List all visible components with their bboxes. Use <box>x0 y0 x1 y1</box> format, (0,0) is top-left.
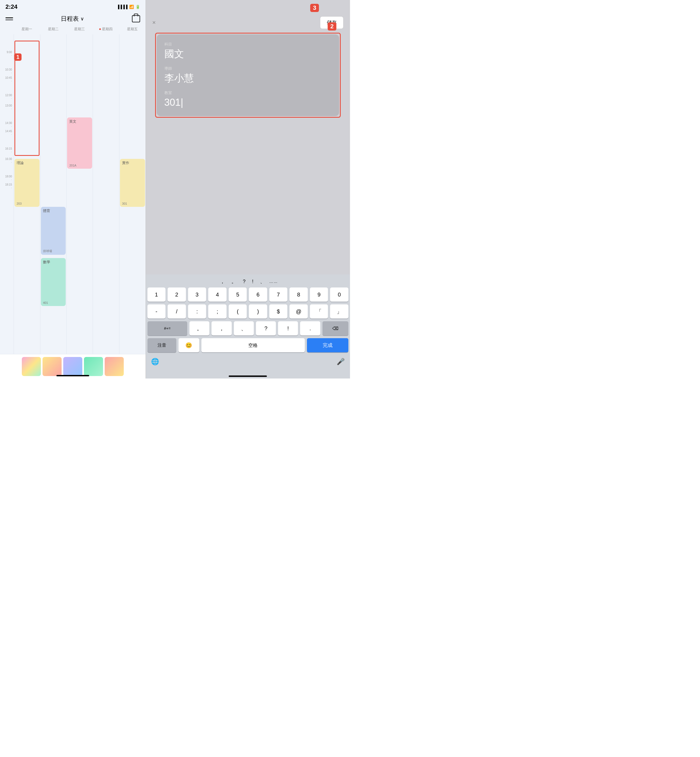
kbd-pause[interactable]: 、 <box>258 277 267 286</box>
kbd-more-dots: …… <box>269 279 278 284</box>
kbd-3[interactable]: 3 <box>188 287 206 302</box>
left-panel: 2:24 ▐▐▐▐ 📶 🔋 日程表 ∨ 星期一 星期二 星期三 <box>0 0 145 379</box>
time-1630: 16:30· <box>5 158 12 164</box>
kbd-rparen[interactable]: ) <box>249 304 267 318</box>
kbd-colon[interactable]: : <box>188 304 206 318</box>
globe-icon[interactable]: 🌐 <box>148 355 162 368</box>
teacher-value: 李小慧 <box>164 72 331 84</box>
day-col-thu[interactable] <box>93 34 119 354</box>
preview-thumb-4[interactable] <box>84 357 103 376</box>
event-practice[interactable]: 實作 301 <box>120 159 145 207</box>
status-bar: 2:24 ▐▐▐▐ 📶 🔋 <box>0 0 145 12</box>
event-english[interactable]: 英文 201A <box>67 117 92 169</box>
room-field[interactable]: 教室 301 <box>164 91 331 108</box>
kbd-slash[interactable]: / <box>168 304 186 318</box>
preview-thumb-5[interactable] <box>105 357 124 376</box>
room-label: 教室 <box>164 91 331 95</box>
kbd-exclaim[interactable]: ! <box>250 278 256 286</box>
close-button[interactable]: × <box>152 20 156 26</box>
teacher-field[interactable]: 導師 李小慧 <box>164 66 331 84</box>
form-panel: 2 科目 國文 導師 李小慧 教室 301 <box>157 34 339 116</box>
signal-icon: ▐▐▐▐ <box>117 5 128 9</box>
weekday-mon: 星期一 <box>14 26 40 33</box>
kbd-emoji[interactable]: 😊 <box>178 338 199 352</box>
day-col-wed[interactable]: 英文 201A <box>66 34 93 354</box>
time-column: 9:00· 10:30· 10:45· 12:00· 13:00· 14:30·… <box>0 34 14 354</box>
kbd-rquote[interactable]: 」 <box>330 304 348 318</box>
event-pe[interactable]: 體育 排球場 <box>41 207 66 255</box>
right-top-bar: × 3 儲存 <box>146 0 350 34</box>
keyboard: ， 。 ? ! 、 …… 1 2 3 4 5 6 7 8 9 0 - <box>146 275 350 379</box>
kbd-question[interactable]: ? <box>241 278 248 286</box>
kbd-dollar[interactable]: $ <box>269 304 288 318</box>
menu-icon[interactable] <box>5 17 13 20</box>
kbd-row-symbols: - / : ; ( ) $ @ 「 」 <box>147 304 348 318</box>
weekday-tue: 星期二 <box>40 26 67 33</box>
kbd-2[interactable]: 2 <box>168 287 186 302</box>
weekday-wed: 星期三 <box>66 26 93 33</box>
kbd-period[interactable]: 。 <box>229 277 239 286</box>
event-theory[interactable]: 理論 203 <box>14 159 39 207</box>
home-indicator <box>56 375 89 376</box>
kbd-row-special: #+= 。 ， 、 ? ! . ⌫ <box>147 321 348 336</box>
kbd-minus[interactable]: - <box>147 304 166 318</box>
preview-thumb-1[interactable] <box>22 357 41 376</box>
status-icons: ▐▐▐▐ 📶 🔋 <box>117 5 140 9</box>
time-1815: 18:15· <box>5 183 12 190</box>
annotation-3-badge: 3 <box>310 4 319 12</box>
time-1800: 18:00· <box>5 175 12 181</box>
day-col-fri[interactable]: 實作 301 <box>119 34 145 354</box>
kbd-row-numbers: 1 2 3 4 5 6 7 8 9 0 <box>147 287 348 302</box>
keyboard-special-row: ， 。 ? ! 、 …… <box>146 275 350 287</box>
top-nav: 日程表 ∨ <box>0 12 145 26</box>
kbd-lquote[interactable]: 「 <box>310 304 328 318</box>
today-dot <box>99 28 101 30</box>
kbd-p2[interactable]: ， <box>211 321 231 336</box>
kbd-1[interactable]: 1 <box>147 287 166 302</box>
inbox-icon[interactable] <box>132 15 140 22</box>
time-1430: 14:30· <box>5 122 12 128</box>
kbd-zhuyin[interactable]: 注音 <box>147 338 177 352</box>
keyboard-bottom-extras: 🌐 🎤 <box>146 352 350 370</box>
kbd-p6[interactable]: . <box>300 321 320 336</box>
kbd-comma[interactable]: ， <box>218 277 227 286</box>
subject-field[interactable]: 科目 國文 <box>164 42 331 60</box>
kbd-4[interactable]: 4 <box>208 287 227 302</box>
event-math[interactable]: 數學 401 <box>41 258 66 306</box>
kbd-bottom-row: 注音 😊 空格 完成 <box>147 338 348 352</box>
kbd-8[interactable]: 8 <box>289 287 308 302</box>
kbd-0[interactable]: 0 <box>330 287 348 302</box>
kbd-semicolon[interactable]: ; <box>208 304 227 318</box>
preview-thumb-3[interactable] <box>63 357 82 376</box>
kbd-6[interactable]: 6 <box>249 287 267 302</box>
kbd-hash-toggle[interactable]: #+= <box>147 321 188 336</box>
teacher-label: 導師 <box>164 66 331 71</box>
kbd-delete[interactable]: ⌫ <box>322 321 348 336</box>
kbd-p4[interactable]: ? <box>256 321 276 336</box>
kbd-p3[interactable]: 、 <box>234 321 254 336</box>
microphone-icon[interactable]: 🎤 <box>334 355 347 368</box>
kbd-p5[interactable]: ! <box>278 321 298 336</box>
day-col-mon[interactable]: 理論 203 <box>14 34 40 354</box>
kbd-lparen[interactable]: ( <box>229 304 247 318</box>
weekdays-header: 星期一 星期二 星期三 星期四 星期五 <box>0 26 145 34</box>
preview-thumb-2[interactable] <box>42 357 62 376</box>
time-1445: 14:45· <box>5 130 12 136</box>
time-1615: 16:15· <box>5 147 12 154</box>
kbd-p1[interactable]: 。 <box>189 321 209 336</box>
kbd-done[interactable]: 完成 <box>307 338 348 352</box>
nav-title-text: 日程表 <box>61 15 79 23</box>
nav-title[interactable]: 日程表 ∨ <box>61 15 84 23</box>
day-col-tue[interactable]: 體育 排球場 數學 401 <box>40 34 67 354</box>
time-1030: 10:30· <box>5 68 12 75</box>
weekday-thu: 星期四 <box>93 26 119 33</box>
subject-label: 科目 <box>164 42 331 47</box>
kbd-9[interactable]: 9 <box>310 287 328 302</box>
home-indicator-right <box>229 376 267 377</box>
kbd-5[interactable]: 5 <box>229 287 247 302</box>
time-1200: 12:00· <box>5 94 12 100</box>
annotation-2-badge: 2 <box>328 22 336 31</box>
kbd-7[interactable]: 7 <box>269 287 288 302</box>
kbd-space[interactable]: 空格 <box>202 338 305 352</box>
kbd-at[interactable]: @ <box>289 304 308 318</box>
